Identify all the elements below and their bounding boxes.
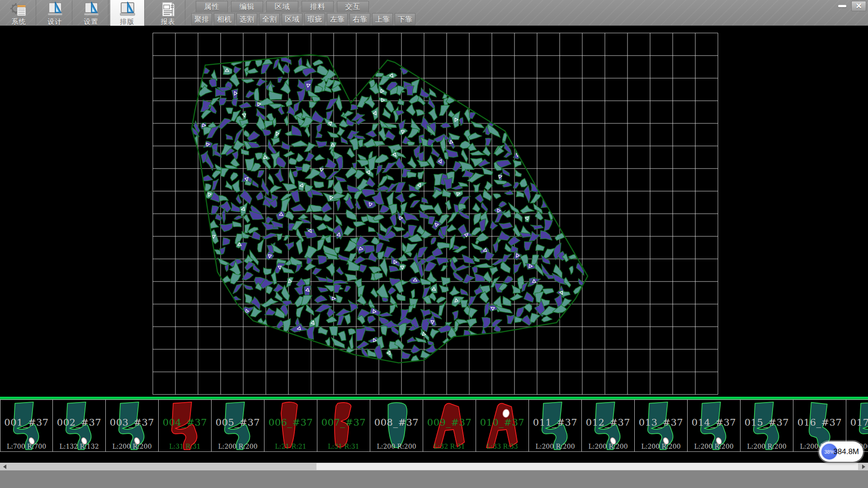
app-report[interactable]: 报表 xyxy=(151,0,185,26)
part-label: 008_#37 xyxy=(370,417,423,428)
minimize-icon xyxy=(838,5,846,7)
menu-region[interactable]: 区域 xyxy=(266,1,298,12)
app-system[interactable]: 系统 xyxy=(2,0,36,26)
memory-usage-label: 384.8M xyxy=(833,441,859,462)
part-cut-counts: L:700 R:700 xyxy=(0,443,52,450)
tool-region[interactable]: 区域 xyxy=(282,13,302,25)
tool-cut-all[interactable]: 全割 xyxy=(259,13,280,25)
part-cut-counts: L:32 R:31 xyxy=(423,443,476,450)
app-label: 报表 xyxy=(161,18,175,25)
part-cut-counts: L:200 R:200 xyxy=(635,443,687,450)
part-label: 010_#37 xyxy=(476,417,528,428)
progress-percent: 38% xyxy=(824,449,834,455)
close-button[interactable]: ✕ xyxy=(851,1,866,11)
part-label: 005_#37 xyxy=(212,417,264,428)
part-cut-counts: L:31 R:31 xyxy=(317,443,370,450)
part-label: 009_#37 xyxy=(423,417,476,428)
scroll-left-button[interactable] xyxy=(0,463,9,470)
part-cut-counts: L:200 R:200 xyxy=(212,443,264,450)
part-label: 001_#37 xyxy=(0,417,52,428)
part-thumbnail[interactable]: 003_#37L:200 R:200 xyxy=(106,399,159,451)
scrollbar-thumb[interactable] xyxy=(316,463,858,470)
part-thumbnail[interactable]: 009_#37L:32 R:31 xyxy=(423,399,476,451)
part-label: 002_#37 xyxy=(53,417,105,428)
part-label: 014_#37 xyxy=(688,417,740,428)
part-cut-counts: L:31 R:31 xyxy=(159,443,211,450)
ruler-screen-icon xyxy=(82,1,100,18)
scroll-right-icon xyxy=(862,465,865,469)
app-settings[interactable]: 设置 xyxy=(74,0,108,26)
app-design[interactable]: 设计 xyxy=(38,0,72,26)
part-cut-counts: L:200 R:200 xyxy=(106,443,158,450)
nesting-canvas[interactable] xyxy=(0,26,868,397)
app-label: 排版 xyxy=(120,18,135,25)
part-thumbnail[interactable]: 004_#37L:31 R:31 xyxy=(159,399,212,451)
strip-bottom-gap xyxy=(0,452,868,463)
app-nesting[interactable]: 排版 xyxy=(110,0,145,26)
scroll-right-button[interactable] xyxy=(859,463,868,470)
part-cut-counts: L:200 R:200 xyxy=(741,443,793,450)
part-thumbnail[interactable]: 006_#37L:21 R:21 xyxy=(264,399,317,451)
horizontal-scrollbar[interactable] xyxy=(0,463,868,470)
tool-select-cut[interactable]: 选割 xyxy=(236,13,257,25)
menu-edit[interactable]: 编辑 xyxy=(231,1,263,12)
part-thumbnail[interactable]: 011_#37L:200 R:200 xyxy=(529,399,582,451)
window-controls: ✕ xyxy=(835,1,866,11)
scroll-left-icon xyxy=(3,465,6,469)
part-cut-counts: L:200 R:200 xyxy=(370,443,423,450)
status-bar xyxy=(0,470,868,488)
app-label: 系统 xyxy=(12,18,26,25)
part-cut-counts: L:33 R:33 xyxy=(476,443,528,450)
part-label: 012_#37 xyxy=(582,417,634,428)
report-doc-icon xyxy=(159,1,177,18)
part-label: 007_#37 xyxy=(317,417,370,428)
ribbon-toolbar: 系统设计设置排版报表 属性编辑区域排料交互 聚排相机选割全割区域瑕疵左靠右靠上靠… xyxy=(0,0,868,26)
part-cut-counts: L:200 R:200 xyxy=(688,443,740,450)
gear-notepad-icon xyxy=(10,1,28,18)
part-label: 013_#37 xyxy=(635,417,687,428)
nesting-drawing xyxy=(0,26,868,397)
tool-camera[interactable]: 相机 xyxy=(214,13,235,25)
part-cut-counts: L:21 R:21 xyxy=(264,443,317,450)
menu-properties[interactable]: 属性 xyxy=(196,1,228,12)
part-thumbnail[interactable]: 013_#37L:200 R:200 xyxy=(635,399,688,451)
tool-cluster-nest[interactable]: 聚排 xyxy=(191,13,212,25)
close-icon: ✕ xyxy=(855,1,862,11)
part-label: 017_#37 xyxy=(846,417,868,428)
part-thumbnail[interactable]: 001_#37L:700 R:700 xyxy=(0,399,53,451)
part-cut-counts: L:132 R:132 xyxy=(53,443,105,450)
tool-align-right[interactable]: 右靠 xyxy=(349,13,370,25)
memory-progress-badge: 38% 384.8M xyxy=(819,441,863,462)
part-thumbnail[interactable]: 005_#37L:200 R:200 xyxy=(212,399,264,451)
part-thumbnail[interactable]: 012_#37L:200 R:200 xyxy=(582,399,635,451)
part-cut-counts: L:200 R:200 xyxy=(582,443,634,450)
part-label: 015_#37 xyxy=(741,417,793,428)
app-label: 设置 xyxy=(84,18,99,25)
ruler-screen-icon xyxy=(118,1,137,18)
nested-pieces xyxy=(188,55,588,366)
application-window: 系统设计设置排版报表 属性编辑区域排料交互 聚排相机选割全割区域瑕疵左靠右靠上靠… xyxy=(0,0,868,488)
part-label: 006_#37 xyxy=(264,417,317,428)
minimize-button[interactable] xyxy=(835,1,849,11)
part-thumbnail[interactable]: 015_#37L:200 R:200 xyxy=(741,399,793,451)
tool-align-left[interactable]: 左靠 xyxy=(327,13,348,25)
part-label: 011_#37 xyxy=(529,417,581,428)
tool-align-top[interactable]: 上靠 xyxy=(372,13,393,25)
part-label: 004_#37 xyxy=(159,417,211,428)
tool-defect[interactable]: 瑕疵 xyxy=(304,13,325,25)
menu-interact[interactable]: 交互 xyxy=(337,1,369,12)
tool-button-row: 聚排相机选割全割区域瑕疵左靠右靠上靠下靠 xyxy=(191,13,415,25)
app-label: 设计 xyxy=(48,18,62,25)
part-thumbnail[interactable]: 010_#37L:33 R:33 xyxy=(476,399,529,451)
menu-nest[interactable]: 排料 xyxy=(302,1,334,12)
part-thumbnail[interactable]: 014_#37L:200 R:200 xyxy=(688,399,741,451)
part-thumbnail[interactable]: 008_#37L:200 R:200 xyxy=(370,399,423,451)
ruler-screen-icon xyxy=(46,1,64,18)
part-thumbnail[interactable]: 007_#37L:31 R:31 xyxy=(317,399,370,451)
part-cut-counts: L:200 R:200 xyxy=(529,443,581,450)
menu-tab-row: 属性编辑区域排料交互 xyxy=(196,1,369,12)
part-thumbnail[interactable]: 002_#37L:132 R:132 xyxy=(53,399,106,451)
parts-thumbnail-strip: 001_#37L:700 R:700002_#37L:132 R:132003_… xyxy=(0,399,868,452)
part-label: 003_#37 xyxy=(106,417,158,428)
tool-align-bottom[interactable]: 下靠 xyxy=(395,13,415,25)
